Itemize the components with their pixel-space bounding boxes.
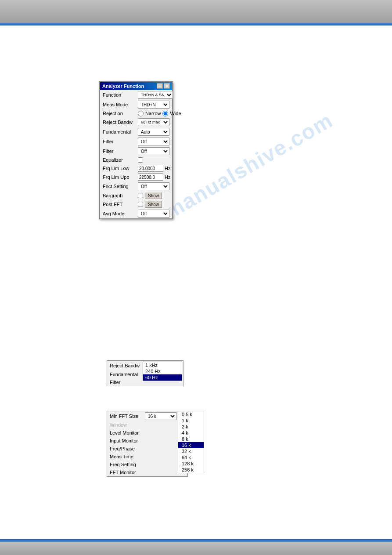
fundamental-panel-label: Fundamental <box>110 372 146 377</box>
window-label: Window <box>110 422 145 428</box>
post-fft-show-button[interactable]: Show <box>145 201 162 208</box>
filter1-row: Filter Off <box>100 137 172 146</box>
bottom-blue-accent <box>0 539 392 542</box>
filter2-select[interactable]: Off <box>138 147 169 155</box>
close-button[interactable]: ✕ <box>164 83 170 89</box>
fundamental-row: Fundamental Auto <box>100 127 172 137</box>
fnct-setting-row: Fnct Setting Off <box>100 181 172 191</box>
frq-lim-upo-input[interactable] <box>138 174 163 181</box>
freq-phase-row: Freq/Phase <box>107 445 187 453</box>
reject-bandw-select[interactable]: 60 Hz max <box>138 118 169 126</box>
bargraph-label: Bargraph <box>103 193 138 198</box>
fft-option-2k[interactable]: 2 k <box>178 424 204 430</box>
fft-size-panel: Min FFT Size 16 k Window Level Monitor I… <box>107 411 188 477</box>
fft-option-128k[interactable]: 128 k <box>178 461 204 467</box>
equalizer-label: Equalizer <box>103 157 138 163</box>
fnct-setting-select[interactable]: Off <box>138 182 169 190</box>
input-monitor-label: Input Monitor <box>110 438 145 443</box>
filter1-label: Filter <box>103 139 138 144</box>
frq-lim-upo-unit: Hz <box>165 174 170 180</box>
level-monitor-row: Level Monitor <box>107 429 187 437</box>
filter2-label: Filter <box>103 149 138 154</box>
minimize-button[interactable]: ─ <box>157 83 163 89</box>
reject-bandw-row: Reject Bandw 60 Hz max <box>100 117 172 127</box>
top-header-bar <box>0 0 392 23</box>
input-monitor-row: Input Monitor <box>107 437 187 445</box>
reject-bandw-panel-label: Reject Bandw <box>110 363 146 368</box>
avg-mode-select[interactable]: Off <box>138 210 169 218</box>
bargraph-checkbox[interactable] <box>138 193 143 198</box>
fundamental-select[interactable]: Auto <box>138 128 169 136</box>
equalizer-checkbox[interactable] <box>138 157 143 163</box>
function-select[interactable]: THD+N & SNAD <box>138 91 173 99</box>
watermark: manualshive.com <box>160 108 337 224</box>
titlebar-buttons: ─ ✕ <box>157 83 170 89</box>
fnct-setting-label: Fnct Setting <box>103 184 138 189</box>
rejection-radio-group: Narrow Wide <box>138 111 181 116</box>
min-fft-size-select[interactable]: 16 k <box>145 412 176 420</box>
meas-mode-row: Meas Mode THD+N <box>100 100 172 109</box>
meas-time-label: Meas Time <box>110 454 145 459</box>
filter-panel-label: Filter <box>110 380 146 385</box>
frq-lim-low-label: Frq Lim Low <box>103 166 138 171</box>
meas-mode-label: Meas Mode <box>103 102 138 107</box>
rejection-narrow-label: Narrow <box>145 111 161 116</box>
frq-lim-low-input[interactable] <box>138 165 163 172</box>
reject-bandw-label: Reject Bandw <box>103 120 138 125</box>
rejection-narrow-radio[interactable] <box>138 111 144 116</box>
meas-time-row: Meas Time <box>107 453 187 461</box>
filter2-row: Filter Off <box>100 146 172 156</box>
dialog-title: Analyzer Function <box>102 83 144 89</box>
analyzer-function-dialog: Analyzer Function ─ ✕ Function THD+N & S… <box>99 81 173 219</box>
freq-setting-row: Freq Setting <box>107 461 187 468</box>
function-label: Function <box>103 92 138 98</box>
fft-option-1k[interactable]: 1 k <box>178 417 204 424</box>
min-fft-size-row: Min FFT Size 16 k <box>107 411 187 421</box>
reject-option-60hz[interactable]: 60 Hz <box>143 374 182 381</box>
frq-lim-upo-label: Frq Lim Upo <box>103 174 138 180</box>
fft-option-16k[interactable]: 16 k <box>178 442 204 448</box>
bottom-footer-bar <box>0 542 392 555</box>
frq-lim-low-unit: Hz <box>165 166 170 171</box>
fft-option-4k[interactable]: 4 k <box>178 430 204 436</box>
reject-bandw-panel: Reject Bandw 60 Hz Fundamental Filter 1 … <box>107 360 183 406</box>
fft-option-256k[interactable]: 256 k <box>178 467 204 473</box>
reject-option-1khz[interactable]: 1 kHz <box>143 362 182 368</box>
fundamental-label: Fundamental <box>103 129 138 134</box>
freq-setting-label: Freq Setting <box>110 462 145 467</box>
meas-mode-select[interactable]: THD+N <box>138 101 169 109</box>
avg-mode-label: Avg Mode <box>103 211 138 216</box>
post-fft-checkbox[interactable] <box>138 202 143 207</box>
bargraph-row: Bargraph Show <box>100 191 172 200</box>
filter1-select[interactable]: Off <box>138 138 169 145</box>
fft-monitor-row: FFT Monitor <box>107 468 187 476</box>
reject-option-240hz[interactable]: 240 Hz <box>143 368 182 374</box>
fft-option-64k[interactable]: 64 k <box>178 454 204 461</box>
freq-phase-label: Freq/Phase <box>110 446 145 451</box>
fft-option-32k[interactable]: 32 k <box>178 448 204 454</box>
bargraph-show-button[interactable]: Show <box>145 192 162 199</box>
equalizer-row: Equalizer <box>100 156 172 164</box>
post-fft-label: Post FFT <box>103 202 138 207</box>
rejection-label: Rejection <box>103 111 138 116</box>
function-row: Function THD+N & SNAD <box>100 90 172 100</box>
window-row: Window <box>107 421 187 429</box>
dialog-titlebar: Analyzer Function ─ ✕ <box>100 82 172 90</box>
fft-monitor-label: FFT Monitor <box>110 470 145 475</box>
rejection-wide-label: Wide <box>170 111 181 116</box>
post-fft-row: Post FFT Show <box>100 200 172 209</box>
min-fft-size-label: Min FFT Size <box>110 414 145 419</box>
avg-mode-row: Avg Mode Off <box>100 209 172 218</box>
fft-option-0.5k[interactable]: 0.5 k <box>178 411 204 417</box>
frq-lim-upo-row: Frq Lim Upo Hz <box>100 173 172 181</box>
rejection-wide-radio[interactable] <box>162 111 168 116</box>
frq-lim-low-row: Frq Lim Low Hz <box>100 164 172 173</box>
fft-option-8k[interactable]: 8 k <box>178 436 204 442</box>
level-monitor-label: Level Monitor <box>110 430 145 435</box>
rejection-row: Rejection Narrow Wide <box>100 109 172 117</box>
top-blue-accent <box>0 23 392 25</box>
